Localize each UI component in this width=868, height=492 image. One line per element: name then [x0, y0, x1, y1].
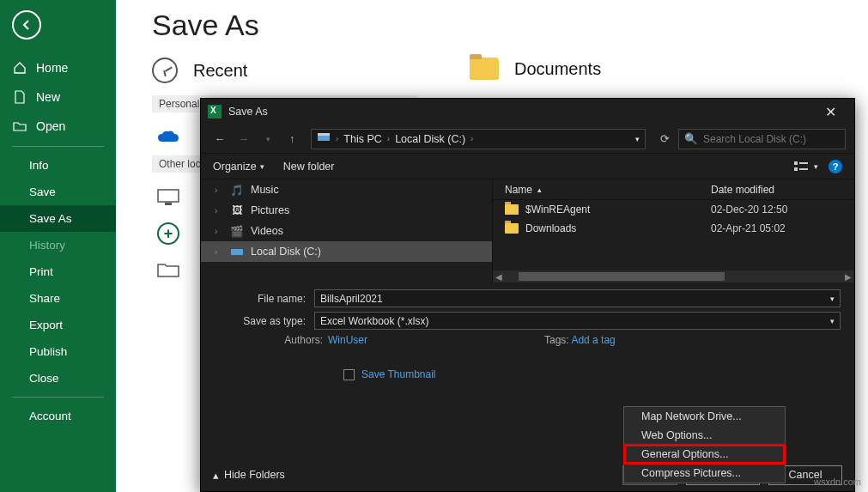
tools-item-compress[interactable]: Compress Pictures...: [624, 464, 785, 483]
backstage-sidebar: Home New Open Info Save Save As History …: [0, 0, 116, 492]
dialog-title: Save As: [228, 106, 268, 118]
excel-icon: [208, 105, 222, 118]
sidebar-item-save[interactable]: Save: [0, 179, 116, 205]
breadcrumb-drive[interactable]: Local Disk (C:): [395, 133, 465, 145]
tree-item-local-disk[interactable]: ›Local Disk (C:): [201, 241, 492, 262]
sidebar-item-account[interactable]: Account: [0, 403, 116, 429]
drive-icon: [230, 245, 244, 258]
organize-button[interactable]: Organize ▾: [213, 161, 264, 173]
save-type-field[interactable]: Excel Workbook (*.xlsx) ▾: [314, 312, 841, 330]
save-type-label: Save as type:: [215, 315, 314, 327]
svg-rect-2: [318, 135, 330, 141]
nav-recent-button[interactable]: ▾: [258, 129, 278, 149]
save-thumbnail-label[interactable]: Save Thumbnail: [361, 368, 436, 380]
file-row[interactable]: Downloads 02-Apr-21 05:02: [493, 219, 854, 238]
documents-title: Documents: [514, 59, 601, 79]
sidebar-item-share[interactable]: Share: [0, 285, 116, 312]
svg-rect-8: [231, 249, 243, 255]
sidebar-item-info[interactable]: Info: [0, 152, 116, 179]
horizontal-scrollbar[interactable]: ◀ ▶: [493, 270, 854, 282]
nav-back-button[interactable]: ←: [209, 129, 230, 149]
svg-rect-4: [794, 161, 798, 165]
clock-icon: [152, 58, 178, 83]
breadcrumb-dropdown[interactable]: ▾: [635, 135, 640, 143]
arrow-left-icon: [20, 18, 33, 32]
scroll-right-icon[interactable]: ▶: [842, 272, 854, 282]
dialog-nav: ← → ▾ ↑ › This PC › Local Disk (C:) › ▾ …: [201, 125, 854, 154]
tree-item-pictures[interactable]: ›🖼Pictures: [201, 200, 492, 221]
tools-menu: Map Network Drive... Web Options... Gene…: [623, 406, 786, 483]
scroll-thumb[interactable]: [519, 272, 725, 281]
authors-value[interactable]: WinUser: [328, 334, 367, 346]
svg-rect-0: [158, 190, 179, 202]
sidebar-label: Open: [36, 119, 65, 133]
breadcrumb-root[interactable]: This PC: [343, 133, 381, 145]
sidebar-item-home[interactable]: Home: [0, 53, 116, 82]
search-icon: 🔍: [684, 132, 698, 145]
tags-value[interactable]: Add a tag: [571, 334, 615, 346]
tools-item-general-options[interactable]: General Options...: [624, 445, 785, 464]
file-name-input[interactable]: [320, 293, 830, 305]
sidebar-item-history: History: [0, 232, 116, 258]
refresh-button[interactable]: ⟳: [654, 129, 675, 149]
sidebar-item-new[interactable]: New: [0, 82, 116, 112]
dropdown-icon[interactable]: ▾: [830, 317, 835, 325]
back-button[interactable]: [12, 10, 41, 39]
dialog-body: ›🎵Music ›🖼Pictures ›🎬Videos ›Local Disk …: [201, 179, 854, 282]
browse-folder-icon: [155, 257, 181, 282]
sidebar-item-export[interactable]: Export: [0, 312, 116, 338]
dialog-toolbar: Organize ▾ New folder ▾ ?: [201, 154, 854, 179]
close-button[interactable]: ✕: [813, 99, 847, 125]
sort-icon: ▴: [537, 185, 542, 194]
sidebar-divider: [12, 397, 104, 398]
breadcrumb[interactable]: › This PC › Local Disk (C:) › ▾: [311, 129, 646, 149]
new-folder-button[interactable]: New folder: [283, 161, 335, 173]
folder-icon: [505, 223, 519, 234]
videos-icon: 🎬: [230, 224, 244, 238]
tree-item-videos[interactable]: ›🎬Videos: [201, 221, 492, 241]
add-place-icon: +: [155, 221, 181, 246]
watermark: wsxdn.com: [814, 477, 861, 487]
page-title: Save As: [152, 9, 868, 42]
file-name-label: File name:: [215, 293, 314, 305]
tree-item-music[interactable]: ›🎵Music: [201, 179, 492, 200]
view-button[interactable]: ▾: [793, 161, 818, 173]
cloud-icon: [155, 125, 181, 150]
sidebar-item-save-as[interactable]: Save As: [0, 205, 116, 232]
scroll-left-icon[interactable]: ◀: [493, 272, 505, 282]
music-icon: 🎵: [230, 183, 244, 197]
drive-icon: [317, 132, 331, 145]
sidebar-item-print[interactable]: Print: [0, 258, 116, 285]
file-name-field[interactable]: ▾: [314, 289, 841, 307]
chevron-up-icon: ▴: [213, 469, 219, 482]
search-box[interactable]: 🔍: [678, 129, 846, 149]
nav-up-button[interactable]: ↑: [282, 129, 302, 149]
sidebar-item-publish[interactable]: Publish: [0, 338, 116, 365]
pc-icon: [155, 185, 181, 210]
authors-label: Authors:: [275, 334, 323, 346]
new-file-icon: [12, 89, 27, 105]
sidebar-divider: [12, 146, 104, 147]
column-name[interactable]: Name: [505, 184, 532, 196]
sidebar-item-close[interactable]: Close: [0, 365, 116, 392]
file-row[interactable]: $WinREAgent 02-Dec-20 12:50: [493, 200, 854, 219]
help-button[interactable]: ?: [829, 160, 842, 173]
tags-label: Tags:: [544, 334, 569, 346]
dropdown-icon[interactable]: ▾: [830, 295, 835, 303]
file-list-header: Name ▴ Date modified: [493, 179, 854, 200]
pictures-icon: 🖼: [230, 203, 244, 217]
svg-rect-5: [794, 167, 798, 171]
open-folder-icon: [12, 118, 27, 134]
dialog-fields: File name: ▾ Save as type: Excel Workboo…: [201, 282, 854, 386]
column-date[interactable]: Date modified: [711, 184, 774, 196]
save-thumbnail-checkbox[interactable]: [343, 369, 355, 380]
search-input[interactable]: [703, 133, 840, 145]
hide-folders-button[interactable]: ▴ Hide Folders: [213, 469, 285, 482]
svg-rect-3: [318, 133, 330, 136]
tools-item-web-options[interactable]: Web Options...: [624, 426, 785, 445]
file-list: Name ▴ Date modified $WinREAgent 02-Dec-…: [493, 179, 854, 282]
sidebar-item-open[interactable]: Open: [0, 112, 116, 141]
tools-item-map-drive[interactable]: Map Network Drive...: [624, 407, 785, 426]
folder-icon: [470, 58, 499, 80]
nav-forward-button[interactable]: →: [234, 129, 254, 149]
